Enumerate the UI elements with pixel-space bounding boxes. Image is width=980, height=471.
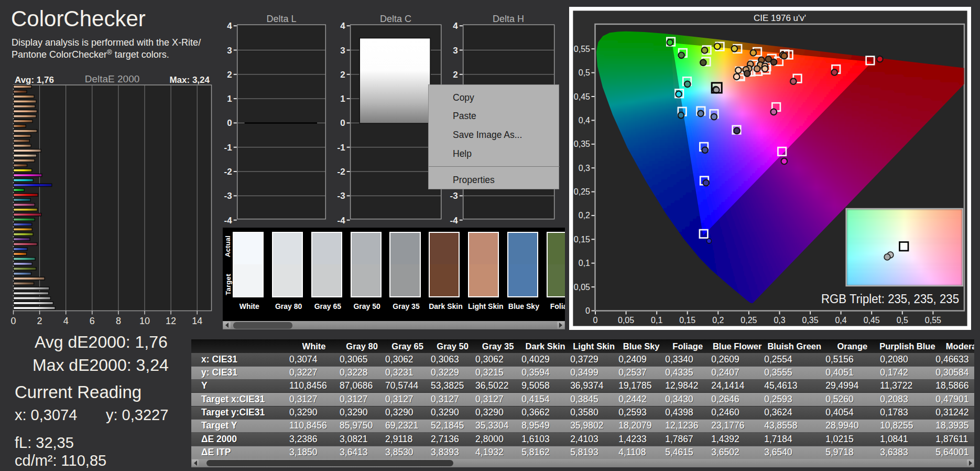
svg-text:-3: -3 (337, 191, 345, 201)
svg-text:0,55: 0,55 (574, 45, 590, 53)
svg-text:3: 3 (227, 46, 232, 56)
svg-text:0,45: 0,45 (574, 92, 590, 101)
svg-text:ColorChecker: ColorChecker (11, 6, 146, 31)
svg-text:2: 2 (227, 70, 232, 80)
svg-text:DeltaE 2000: DeltaE 2000 (85, 73, 140, 84)
svg-text:-1: -1 (337, 143, 345, 153)
svg-text:Pantone ColorChecker® target c: Pantone ColorChecker® target colors. (12, 48, 169, 60)
svg-text:0,15: 0,15 (574, 235, 590, 244)
svg-text:Avg: 1,76: Avg: 1,76 (15, 75, 54, 85)
svg-text:14: 14 (192, 316, 202, 326)
svg-text:0,25: 0,25 (574, 187, 590, 196)
svg-text:12: 12 (166, 316, 176, 326)
svg-text:0,2: 0,2 (579, 211, 590, 220)
svg-text:CIE 1976 u'v': CIE 1976 u'v' (754, 13, 806, 23)
svg-text:2: 2 (37, 316, 42, 326)
svg-text:-2: -2 (224, 167, 232, 177)
svg-text:0,25: 0,25 (741, 316, 757, 325)
svg-text:0,35: 0,35 (574, 140, 590, 148)
svg-text:0: 0 (227, 118, 232, 128)
svg-text:6: 6 (90, 316, 95, 326)
svg-text:-4: -4 (337, 216, 345, 226)
svg-text:0,55: 0,55 (925, 316, 941, 325)
svg-text:y: 0,3227: y: 0,3227 (106, 406, 168, 423)
svg-text:Max: 3,24: Max: 3,24 (169, 75, 210, 85)
svg-text:0,4: 0,4 (579, 116, 590, 125)
svg-text:0,5: 0,5 (897, 316, 908, 325)
svg-text:0,05: 0,05 (618, 316, 634, 325)
svg-text:1: 1 (340, 94, 345, 104)
svg-text:fL: 32,35: fL: 32,35 (15, 434, 74, 451)
svg-text:3: 3 (453, 46, 458, 56)
svg-text:4: 4 (63, 316, 69, 326)
svg-text:0,35: 0,35 (802, 316, 819, 325)
svg-text:Max dE2000: 3,24: Max dE2000: 3,24 (32, 356, 169, 374)
svg-text:Delta L: Delta L (266, 14, 296, 24)
svg-text:Current Reading: Current Reading (15, 382, 141, 402)
svg-text:10: 10 (139, 316, 150, 326)
svg-text:0,4: 0,4 (835, 316, 846, 325)
svg-text:0,15: 0,15 (679, 316, 695, 325)
svg-text:0,1: 0,1 (579, 259, 590, 267)
svg-text:-4: -4 (450, 216, 459, 226)
svg-text:2: 2 (453, 70, 458, 80)
svg-text:8: 8 (116, 316, 121, 326)
svg-text:-1: -1 (224, 143, 232, 153)
svg-text:3: 3 (340, 46, 345, 56)
svg-text:Avg dE2000: 1,76: Avg dE2000: 1,76 (35, 333, 168, 351)
svg-text:0: 0 (340, 118, 345, 128)
svg-text:-3: -3 (224, 191, 232, 201)
svg-text:0,1: 0,1 (651, 316, 662, 325)
svg-text:4: 4 (340, 21, 345, 31)
svg-text:RGB Triplet: 235, 235, 235: RGB Triplet: 235, 235, 235 (821, 292, 959, 306)
svg-text:0: 0 (585, 306, 590, 315)
svg-text:Display analysis is performed: Display analysis is performed with the X… (12, 37, 201, 48)
svg-text:x: 0,3074: x: 0,3074 (15, 406, 77, 423)
svg-text:0,05: 0,05 (574, 283, 590, 292)
svg-text:4: 4 (453, 21, 458, 31)
svg-text:0,5: 0,5 (579, 68, 590, 77)
svg-text:0,3: 0,3 (774, 316, 785, 325)
svg-text:0,2: 0,2 (712, 316, 724, 325)
svg-text:cd/m²: 110,85: cd/m²: 110,85 (15, 452, 106, 469)
svg-text:Delta C: Delta C (380, 14, 411, 24)
svg-text:2: 2 (340, 70, 345, 80)
svg-text:-3: -3 (450, 191, 458, 201)
svg-text:0,3: 0,3 (579, 164, 590, 173)
svg-text:-4: -4 (224, 216, 233, 226)
svg-text:0,45: 0,45 (864, 316, 880, 325)
svg-text:0: 0 (593, 316, 598, 325)
svg-text:1: 1 (227, 94, 232, 104)
svg-text:4: 4 (227, 21, 232, 31)
svg-text:-2: -2 (337, 167, 345, 177)
svg-text:Delta H: Delta H (493, 14, 524, 24)
svg-text:0: 0 (10, 316, 16, 326)
